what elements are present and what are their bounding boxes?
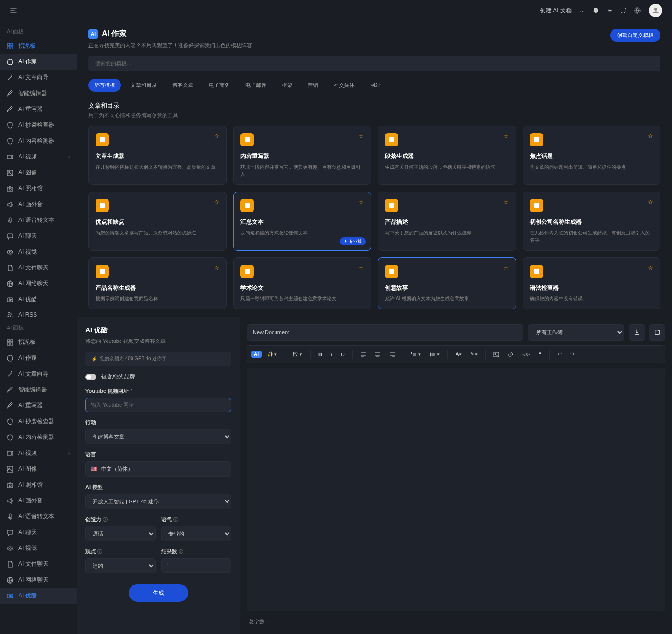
star-icon[interactable]: ☆ <box>648 265 653 271</box>
model-select[interactable]: 开放人工智能 | GPT 4o 迷你 <box>85 494 231 509</box>
sidebar-item[interactable]: 拐泥板 <box>0 38 77 54</box>
sun-icon[interactable]: ☀ <box>607 7 612 14</box>
template-card[interactable]: ☆初创公司名称生成器在几秒钟内为您的初创公司生成酷炫、有创意且吸引人的名字 <box>523 192 661 251</box>
sidebar-item[interactable]: AI 文件聊天 <box>0 556 77 572</box>
globe-icon[interactable] <box>634 7 641 14</box>
template-card[interactable]: ☆焦点话题为文章的副标题写出简短、简单和抓住的要点 <box>523 126 661 185</box>
download-button[interactable] <box>629 324 645 341</box>
sidebar-item[interactable]: AI 视觉 <box>0 540 77 556</box>
workspace-select[interactable]: 所有工作簿 <box>528 324 624 341</box>
sidebar-item[interactable]: AI 抄袭检查器 <box>0 117 77 133</box>
category-tab[interactable]: 框架 <box>276 79 298 92</box>
results-input[interactable] <box>161 558 231 573</box>
sidebar-item[interactable]: AI 优酷 <box>0 588 77 604</box>
text-color-button[interactable]: A▾ <box>453 349 465 359</box>
template-card[interactable]: ☆产品名称生成器根据示例词创建创意商品名称 <box>88 257 227 309</box>
ai-assist-button[interactable]: AI <box>251 351 262 358</box>
magic-button[interactable]: ✨▾ <box>264 349 280 359</box>
code-button[interactable]: </> <box>519 350 533 359</box>
sidebar-item[interactable]: AI 画外音 <box>0 196 77 212</box>
sidebar-item[interactable]: AI 网络聊天 <box>0 276 77 292</box>
sidebar-item[interactable]: AI 作家 <box>0 54 77 70</box>
category-tab[interactable]: 社交媒体 <box>328 79 360 92</box>
star-icon[interactable]: ☆ <box>504 199 509 206</box>
star-icon[interactable]: ☆ <box>648 133 653 140</box>
template-card[interactable]: ☆文章生成器在几秒钟内将标题和大纲文本转换为完整、高质量的文章 <box>88 126 227 185</box>
brand-toggle[interactable] <box>85 374 96 380</box>
category-tab[interactable]: 博客文章 <box>167 79 199 92</box>
sidebar-item[interactable]: AI 作家 <box>0 350 77 366</box>
image-button[interactable] <box>491 350 502 359</box>
sidebar-item[interactable]: AI 画外音 <box>0 493 77 509</box>
align-left-button[interactable] <box>358 350 369 359</box>
sidebar-item[interactable]: AI 网络聊天 <box>0 572 77 588</box>
youtube-url-input[interactable] <box>85 398 231 412</box>
redo-button[interactable]: ↷ <box>567 349 577 359</box>
star-icon[interactable]: ☆ <box>214 199 219 206</box>
template-card[interactable]: ☆内容重写器获取一段内容并重写它，使其更有趣、更有创意和更吸引人 <box>233 126 372 185</box>
category-tab[interactable]: 营销 <box>302 79 324 92</box>
editor-area[interactable] <box>247 368 665 611</box>
export-button[interactable] <box>649 324 665 341</box>
italic-button[interactable]: I <box>328 350 335 359</box>
align-right-button[interactable] <box>386 350 398 359</box>
sidebar-item[interactable]: AI 图像 <box>0 165 77 181</box>
sidebar-item[interactable]: 拐泥板 <box>0 334 77 350</box>
star-icon[interactable]: ☆ <box>359 199 364 206</box>
template-card[interactable]: ☆汇总文本以简短易懂的方式总结任何文本✦ 专业版 <box>233 192 372 251</box>
star-icon[interactable]: ☆ <box>648 199 653 206</box>
ordered-list-button[interactable]: 1▾ <box>408 349 424 359</box>
template-card[interactable]: ☆学术论文只需一秒钟即可为各种主题创建创意学术论文 <box>233 257 372 309</box>
highlight-button[interactable]: ✎▾ <box>468 349 480 359</box>
template-card[interactable]: ☆创意故事允许 AI 根据输入文本为您生成创意故事 <box>378 257 516 309</box>
sidebar-item[interactable]: AI 照相馆 <box>0 181 77 196</box>
sidebar-item[interactable]: AI 文件聊天 <box>0 260 77 276</box>
creativity-select[interactable]: 原话 <box>85 526 156 541</box>
category-tab[interactable]: 文章和目录 <box>125 79 163 92</box>
lang-select[interactable]: 🇺🇸 中文（简体） <box>85 461 231 477</box>
create-template-button[interactable]: 创建自定义模板 <box>610 29 660 42</box>
sidebar-item[interactable]: AI 视频› <box>0 445 77 461</box>
template-card[interactable]: ☆语法检查器确保您的内容中没有错误 <box>523 257 661 309</box>
unordered-list-button[interactable]: ▾ <box>427 349 443 359</box>
sidebar-item[interactable]: AI 照相馆 <box>0 477 77 493</box>
sidebar-item[interactable]: AI 优酷 <box>0 292 77 307</box>
sidebar-item[interactable]: AI 视觉 <box>0 244 77 260</box>
sidebar-item[interactable]: AI 聊天 <box>0 524 77 540</box>
sidebar-item[interactable]: AI 内容检测器 <box>0 133 77 149</box>
view-select[interactable]: 违约 <box>85 558 156 573</box>
link-button[interactable] <box>505 350 516 359</box>
sidebar-item[interactable]: AI 语音转文本 <box>0 212 77 228</box>
quote-button[interactable]: ❝ <box>536 349 544 359</box>
underline-button[interactable]: U <box>338 350 348 359</box>
sidebar-item[interactable]: AI 语音转文本 <box>0 509 77 524</box>
bell-icon[interactable] <box>592 7 600 14</box>
template-card[interactable]: ☆产品描述写下关于您的产品的描述以及为什么值得 <box>378 192 516 251</box>
generate-button[interactable]: 生成 <box>129 584 188 602</box>
align-center-button[interactable] <box>372 350 384 359</box>
star-icon[interactable]: ☆ <box>359 133 364 140</box>
category-tab[interactable]: 电子商务 <box>203 79 236 92</box>
undo-button[interactable]: ↶ <box>554 349 564 359</box>
sidebar-item[interactable]: AI 文章向导 <box>0 70 77 85</box>
menu-toggle[interactable] <box>10 7 17 14</box>
sidebar-item[interactable]: AI 重写器 <box>0 101 77 117</box>
sidebar-item[interactable]: AI 聊天 <box>0 228 77 244</box>
sidebar-item[interactable]: 智能编辑器 <box>0 382 77 398</box>
template-card[interactable]: ☆优点和缺点为您的博客文章撰写产品、服务或网站的优缺点 <box>88 192 227 251</box>
sidebar-item[interactable]: AI 重写器 <box>0 398 77 414</box>
star-icon[interactable]: ☆ <box>214 265 219 271</box>
sidebar-item[interactable]: AI 文章向导 <box>0 366 77 382</box>
bold-button[interactable]: B <box>315 350 325 359</box>
avatar[interactable] <box>649 4 662 17</box>
sidebar-item[interactable]: 智能编辑器 <box>0 85 77 101</box>
star-icon[interactable]: ☆ <box>359 265 364 271</box>
sidebar-item[interactable]: AI 视频› <box>0 149 77 165</box>
expand-icon[interactable]: ⛶ <box>620 7 626 14</box>
sidebar-item[interactable]: AI 内容检测器 <box>0 429 77 445</box>
sidebar-item[interactable]: AI RSS <box>0 307 77 317</box>
category-tab[interactable]: 网站 <box>364 79 386 92</box>
star-icon[interactable]: ☆ <box>214 133 219 140</box>
help-icon[interactable]: ⓘ <box>103 517 108 522</box>
tone-select[interactable]: 专业的 <box>161 526 231 541</box>
